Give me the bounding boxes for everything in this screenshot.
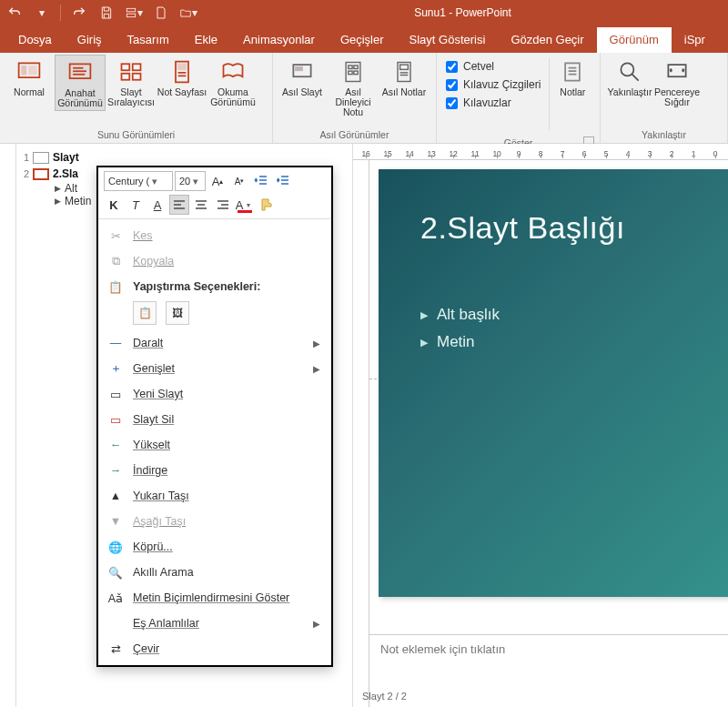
minus-icon: — [107, 336, 124, 350]
save-icon[interactable] [97, 4, 116, 22]
slide-title-placeholder[interactable]: 2.Slayt Başlığı [420, 210, 625, 246]
tab-animations[interactable]: Animasyonlar [230, 27, 328, 53]
svg-rect-11 [122, 74, 130, 80]
handout-master-icon [339, 58, 367, 86]
guides-checkbox[interactable]: Kılavuzlar [446, 96, 541, 109]
italic-button[interactable]: T [126, 195, 146, 215]
gridlines-checkbox[interactable]: Kılavuz Çizgileri [446, 78, 541, 91]
menu-new-slide[interactable]: ▭Yeni Slayt [98, 381, 331, 407]
menu-synonyms[interactable]: Eş Anlamlılar▶ [98, 611, 331, 636]
tab-transitions[interactable]: Geçişler [328, 27, 397, 53]
align-right-icon[interactable] [213, 195, 233, 215]
left-rail [0, 144, 16, 707]
group-show: Cetvel Kılavuz Çizgileri Kılavuzlar Notl… [437, 53, 601, 143]
slide-sorter-label: Slayt Sıralayıcısı [106, 87, 157, 109]
tab-ispring[interactable]: iSpr [672, 27, 718, 53]
menu-show-formatting[interactable]: AǎMetin Biçimlendirmesini Göster [98, 585, 331, 611]
slide-master-button[interactable]: Asıl Slayt [277, 55, 328, 109]
normal-view-button[interactable]: Normal [4, 55, 55, 109]
font-size-combo[interactable]: 20▾ [175, 171, 206, 191]
tab-design[interactable]: Tasarım [115, 27, 182, 53]
slide-area: 161514131211109876543210 2.Slayt Başlığı… [353, 144, 728, 707]
slide-master-icon [288, 58, 316, 86]
paste-picture-icon[interactable]: 🖼 [166, 301, 189, 325]
svg-rect-9 [122, 64, 130, 70]
chevron-right-icon: ▶ [313, 338, 320, 348]
menu-collapse[interactable]: —Daralt▶ [98, 330, 331, 356]
chevron-right-icon: ▶ [313, 619, 320, 629]
notes-page-icon [168, 58, 196, 86]
quick-access-toolbar: ▾ ▾ ▾ [5, 4, 197, 22]
slide-canvas[interactable]: 2.Slayt Başlığı Alt başlık Metin [369, 160, 728, 634]
tab-insert[interactable]: Ekle [182, 27, 230, 53]
tab-review[interactable]: Gözden Geçir [498, 27, 596, 53]
undo-icon[interactable] [5, 4, 24, 22]
notes-master-icon [390, 58, 418, 86]
zoom-label: Yakınlaştır [608, 87, 652, 109]
increase-font-icon[interactable]: A▴ [207, 171, 228, 191]
underline-button[interactable]: A [147, 195, 167, 215]
ruler-checkbox[interactable]: Cetvel [446, 60, 541, 73]
delete-slide-icon: ▭ [107, 412, 124, 427]
zoom-button[interactable]: Yakınlaştır [604, 55, 655, 109]
decrease-font-icon[interactable]: A▾ [229, 171, 249, 191]
menu-copy: ⧉Kopyala [98, 248, 331, 274]
paste-keep-source-icon[interactable]: 📋 [133, 301, 157, 325]
menu-hyperlink[interactable]: 🌐Köprü... [98, 534, 331, 560]
slide-sorter-button[interactable]: Slayt Sıralayıcısı [106, 55, 157, 109]
notes-master-button[interactable]: Asıl Notlar [379, 55, 430, 109]
menu-delete-slide[interactable]: ▭Slayt Sil [98, 407, 331, 432]
bullet-item[interactable]: Metin [420, 333, 500, 351]
bold-button[interactable]: K [104, 195, 124, 215]
notes-toggle-button[interactable]: Notlar [552, 55, 592, 109]
redo-icon[interactable] [70, 4, 88, 22]
tab-slideshow[interactable]: Slayt Gösterisi [397, 27, 499, 53]
outline-pane[interactable]: 1 Slayt 2 2.Sla Alt Metin Century (▾ 20▾… [16, 144, 353, 707]
workspace: 1 Slayt 2 2.Sla Alt Metin Century (▾ 20▾… [0, 144, 728, 707]
svg-line-33 [632, 75, 639, 81]
chevron-down-icon[interactable]: ▾ [190, 176, 201, 187]
slide-body-placeholder[interactable]: Alt başlık Metin [420, 297, 500, 360]
bullet-item[interactable]: Alt başlık [420, 306, 500, 324]
align-center-icon[interactable] [191, 195, 211, 215]
slide-preview[interactable]: 2.Slayt Başlığı Alt başlık Metin [379, 169, 728, 597]
reading-view-button[interactable]: Okuma Görünümü [207, 55, 258, 109]
menu-smart-lookup[interactable]: 🔍Akıllı Arama [98, 560, 331, 585]
group-master-views: Asıl Slayt Asıl Dinleyici Notu Asıl Notl… [273, 53, 437, 143]
svg-rect-1 [126, 14, 135, 17]
new-icon[interactable] [152, 4, 170, 22]
ribbon-tabs: Dosya Giriş Tasarım Ekle Animasyonlar Ge… [0, 25, 728, 53]
outline-view-button[interactable]: Anahat Görünümü [55, 55, 106, 111]
font-color-button[interactable]: A▾ [235, 195, 255, 215]
group-master-views-label: Asıl Görünümler [277, 126, 432, 143]
notes-pane[interactable]: Not eklemek için tıklatın [369, 634, 728, 680]
tab-file[interactable]: Dosya [5, 27, 65, 53]
menu-expand[interactable]: ＋Genişlet▶ [98, 356, 331, 381]
tab-view[interactable]: Görünüm [597, 27, 672, 53]
handout-master-button[interactable]: Asıl Dinleyici Notu [328, 55, 379, 117]
zoom-icon [616, 58, 643, 86]
menu-demote[interactable]: →İndirge [98, 458, 331, 483]
outline-view-icon [66, 59, 94, 86]
reading-view-icon [219, 58, 247, 86]
format-painter-icon[interactable] [257, 195, 277, 215]
menu-move-up[interactable]: ▲Yukarı Taşı [98, 483, 331, 509]
open-icon[interactable]: ▾ [179, 4, 197, 22]
properties-icon[interactable]: ▾ [125, 4, 143, 22]
outline-slide-1[interactable]: 1 Slayt [18, 149, 350, 166]
increase-indent-icon[interactable] [273, 171, 293, 191]
decrease-indent-icon[interactable] [251, 171, 271, 191]
redo-dropdown-icon[interactable]: ▾ [33, 4, 51, 22]
fit-window-button[interactable]: Pencereye Sığdır [655, 55, 699, 109]
menu-promote[interactable]: ←Yükselt [98, 432, 331, 458]
tab-home[interactable]: Giriş [65, 27, 115, 53]
align-left-icon[interactable] [169, 195, 189, 215]
font-name-combo[interactable]: Century (▾ [104, 171, 173, 191]
ruler-vertical [353, 160, 369, 707]
notes-page-button[interactable]: Not Sayfası [157, 55, 207, 109]
chevron-down-icon[interactable]: ▾ [149, 176, 160, 187]
slide-1-title: Slayt [53, 151, 79, 164]
menu-translate[interactable]: ⇄Çevir [98, 636, 331, 662]
ribbon: Normal Anahat Görünümü Slayt Sıralayıcıs… [0, 53, 728, 144]
svg-rect-12 [133, 74, 141, 80]
